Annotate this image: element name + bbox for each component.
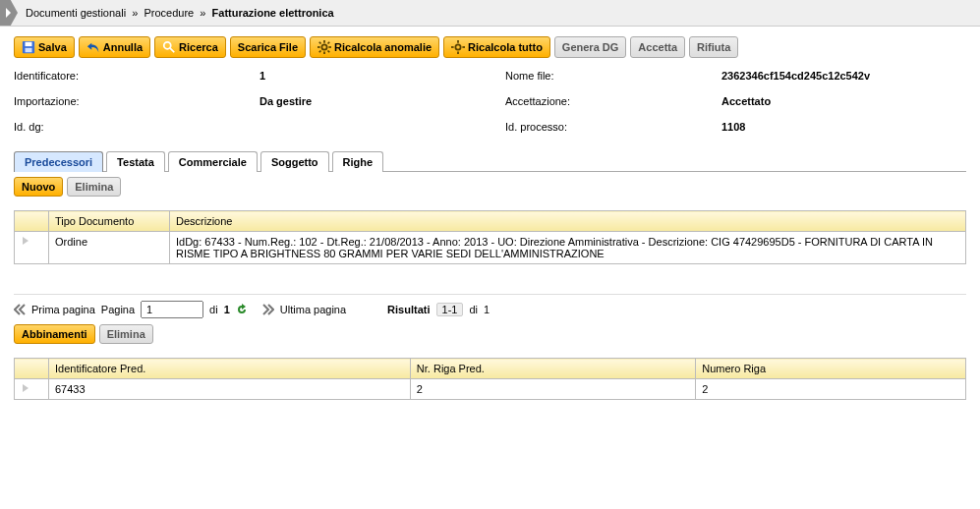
field-value-identificatore: 1 [259, 70, 505, 82]
table-row[interactable]: 67433 2 2 [15, 379, 966, 400]
svg-point-14 [455, 44, 460, 49]
results-total: 1 [484, 304, 490, 315]
last-page-icon[interactable] [262, 304, 274, 315]
svg-rect-1 [26, 42, 32, 46]
detail-fields: Identificatore: 1 Nome file: 2362346cf15… [14, 70, 966, 133]
save-button[interactable]: Salva [14, 36, 75, 58]
field-value-nomefile: 2362346cf154cd245c12c542v [721, 70, 966, 82]
svg-point-3 [164, 42, 171, 49]
svg-line-13 [328, 42, 330, 44]
cancel-button[interactable]: Annulla [79, 36, 150, 58]
search-icon [162, 40, 176, 54]
pager-total-pages: 1 [224, 304, 230, 315]
download-file-button[interactable]: Scarica File [230, 36, 306, 58]
pager-label: Pagina [101, 304, 135, 315]
delete-button[interactable]: Elimina [99, 324, 153, 344]
pager: Prima pagina Pagina di 1 Ultima pagina R… [14, 294, 966, 318]
svg-line-11 [328, 51, 330, 53]
table-row[interactable]: Ordine IdDg: 67433 - Num.Reg.: 102 - Dt.… [15, 232, 966, 264]
predecessori-table: Tipo Documento Descrizione Ordine IdDg: … [14, 210, 966, 264]
last-page-link[interactable]: Ultima pagina [280, 304, 346, 315]
cell-identificatore-pred: 67433 [49, 379, 411, 400]
svg-line-10 [319, 42, 321, 44]
gear-icon [451, 40, 465, 54]
pred-toolbar: Nuovo Elimina [14, 177, 966, 197]
first-page-icon[interactable] [14, 304, 26, 315]
tab-commerciale[interactable]: Commerciale [168, 151, 258, 172]
row-handle-header [15, 359, 49, 379]
breadcrumb-item[interactable]: Procedure [144, 7, 194, 19]
abbinamenti-toolbar: Abbinamenti Elimina [14, 324, 966, 344]
results-label: Risultati [387, 304, 430, 315]
svg-rect-2 [26, 48, 32, 52]
pager-of: di [209, 304, 218, 315]
abbinamenti-button[interactable]: Abbinamenti [14, 324, 95, 344]
field-value-iddg [259, 121, 505, 133]
row-selector-icon[interactable] [15, 232, 49, 264]
field-value-importazione: Da gestire [259, 95, 505, 107]
page-input[interactable] [141, 301, 203, 318]
delete-button[interactable]: Elimina [67, 177, 121, 197]
first-page-link[interactable]: Prima pagina [31, 304, 95, 315]
tab-righe[interactable]: Righe [332, 151, 384, 172]
recalc-anomalies-button[interactable]: Ricalcola anomalie [310, 36, 439, 58]
col-numero-riga[interactable]: Numero Riga [696, 359, 966, 379]
row-selector-icon[interactable] [15, 379, 49, 400]
field-label: Id. processo: [505, 121, 721, 133]
svg-line-4 [170, 48, 174, 52]
cell-nr-riga-pred: 2 [410, 379, 695, 400]
breadcrumb: Documenti gestionali » Procedure » Fattu… [18, 7, 342, 19]
recalc-all-button[interactable]: Ricalcola tutto [443, 36, 550, 58]
refresh-icon[interactable] [236, 304, 248, 315]
tab-predecessori[interactable]: Predecessori [14, 151, 103, 172]
breadcrumb-bar: Documenti gestionali » Procedure » Fattu… [0, 0, 980, 27]
cell-descrizione: IdDg: 67433 - Num.Reg.: 102 - Dt.Reg.: 2… [170, 232, 966, 264]
generate-dg-button[interactable]: Genera DG [554, 36, 626, 58]
tab-testata[interactable]: Testata [106, 151, 165, 172]
undo-icon [86, 40, 100, 54]
reject-button[interactable]: Rifiuta [689, 36, 738, 58]
field-label: Accettazione: [505, 95, 721, 107]
breadcrumb-arrow-icon [0, 0, 18, 26]
col-identificatore-pred[interactable]: Identificatore Pred. [49, 359, 411, 379]
abbinamenti-table: Identificatore Pred. Nr. Riga Pred. Nume… [14, 358, 966, 400]
field-label: Identificatore: [14, 70, 259, 82]
row-handle-header [15, 211, 49, 232]
new-button[interactable]: Nuovo [14, 177, 63, 197]
search-button[interactable]: Ricerca [154, 36, 226, 58]
field-label: Importazione: [14, 95, 259, 107]
breadcrumb-current: Fatturazione elettronica [212, 7, 334, 19]
field-value-idprocesso: 1108 [721, 121, 966, 133]
gear-icon [317, 40, 331, 54]
cell-tipo-documento: Ordine [49, 232, 170, 264]
results-range: 1-1 [436, 303, 464, 316]
main-toolbar: Salva Annulla Ricerca Scarica File Rical… [14, 36, 966, 58]
accept-button[interactable]: Accetta [630, 36, 685, 58]
disk-icon [22, 40, 35, 54]
field-label: Id. dg: [14, 121, 259, 133]
svg-line-12 [319, 51, 321, 53]
pager-of2: di [469, 304, 478, 315]
tab-soggetto[interactable]: Soggetto [260, 151, 329, 172]
field-value-accettazione: Accettato [721, 95, 966, 107]
field-label: Nome file: [505, 70, 721, 82]
breadcrumb-item[interactable]: Documenti gestionali [26, 7, 126, 19]
tab-strip: Predecessori Testata Commerciale Soggett… [14, 150, 966, 172]
cell-numero-riga: 2 [696, 379, 966, 400]
col-descrizione[interactable]: Descrizione [170, 211, 966, 232]
col-nr-riga-pred[interactable]: Nr. Riga Pred. [410, 359, 695, 379]
col-tipo-documento[interactable]: Tipo Documento [49, 211, 170, 232]
svg-point-5 [321, 44, 326, 49]
